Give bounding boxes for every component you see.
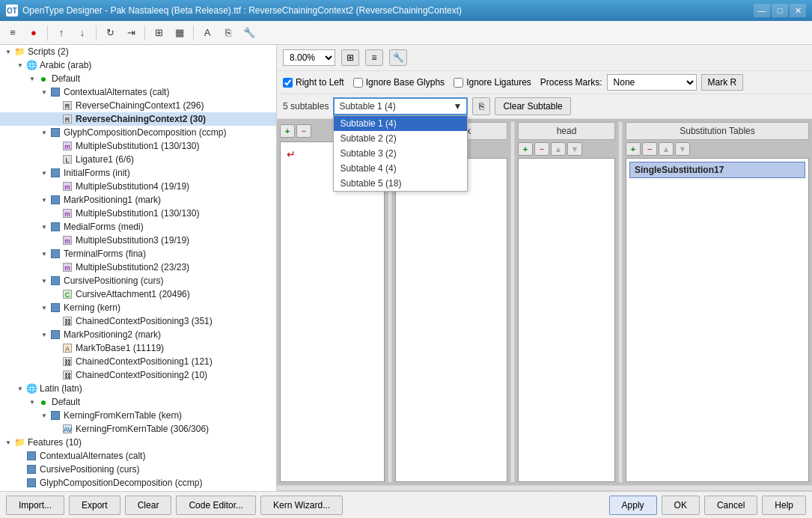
subtable-item-3[interactable]: Subtable 3 (2) xyxy=(334,146,467,161)
list-icon-button[interactable]: ≡ xyxy=(365,49,383,66)
apply-button[interactable]: Apply xyxy=(609,496,657,515)
tree-expander-icon[interactable]: ▼ xyxy=(15,383,25,394)
tree-item[interactable]: AVKerningFromKernTable (306/306) xyxy=(0,422,276,436)
import-button[interactable]: Import... xyxy=(6,496,64,515)
col1-remove-button[interactable]: − xyxy=(296,124,311,138)
tree-expander-icon[interactable]: ▼ xyxy=(39,249,49,259)
help-button[interactable]: Help xyxy=(762,496,806,515)
refresh-button[interactable]: ↻ xyxy=(100,24,120,42)
tree-item[interactable]: ⛓ChainedContextPositioning1 (121) xyxy=(0,355,276,368)
ignore-ligatures-input[interactable] xyxy=(454,78,463,88)
tree-item[interactable]: ▼ContextualAlternates (calt) xyxy=(0,85,276,99)
tree-item[interactable]: ▼📁Features (10) xyxy=(0,436,276,449)
up-button[interactable]: ↑ xyxy=(52,24,71,42)
grid-icon-button[interactable]: ⊞ xyxy=(341,49,359,66)
tree-item[interactable]: ⛓ChainedContextPositioning3 (351) xyxy=(0,314,276,328)
close-button[interactable]: ✕ xyxy=(790,4,806,17)
tree-expander-icon[interactable]: ▼ xyxy=(3,46,13,57)
font-button[interactable]: A xyxy=(198,24,217,42)
col4-up-button[interactable]: ▲ xyxy=(659,142,674,156)
tree-expander-icon[interactable]: ▼ xyxy=(27,397,37,407)
process-marks-select[interactable]: None All Marks Mark Class xyxy=(607,74,697,91)
subtable-dropdown-button[interactable]: Subtable 1 (4) ▼ xyxy=(333,97,468,115)
col3-add-button[interactable]: + xyxy=(518,142,533,156)
tree-expander-icon[interactable]: ▼ xyxy=(3,437,13,448)
tree-item[interactable]: ▼●Default xyxy=(0,72,276,85)
tree-expander-icon[interactable]: ▼ xyxy=(39,87,49,97)
tree-item[interactable]: ⛓ChainedContextPositioning2 (10) xyxy=(0,368,276,382)
subtable-item-2[interactable]: Subtable 2 (2) xyxy=(334,131,467,146)
tree-item[interactable]: ▼🌐Latin (latn) xyxy=(0,382,276,395)
tree-item[interactable]: mMultipleSubstitution3 (19/19) xyxy=(0,234,276,247)
subtable-item-4[interactable]: Subtable 4 (4) xyxy=(334,161,467,176)
tree-item[interactable]: LLigature1 (6/6) xyxy=(0,153,276,166)
tree-expander-icon[interactable]: ▼ xyxy=(39,127,49,138)
col4-add-button[interactable]: + xyxy=(626,142,641,156)
tree-expander-icon[interactable]: ▼ xyxy=(39,329,49,340)
clear-subtable-button[interactable]: Clear Subtable xyxy=(495,97,570,115)
col1-add-button[interactable]: + xyxy=(280,124,295,138)
mark-r-button[interactable]: Mark R xyxy=(701,74,744,91)
list-view-button[interactable]: ▦ xyxy=(170,24,189,42)
right-to-left-checkbox[interactable]: Right to Left xyxy=(283,77,344,88)
tree-item[interactable]: mMultipleSubstitution2 (23/23) xyxy=(0,260,276,274)
ignore-base-glyphs-checkbox[interactable]: Ignore Base Glyphs xyxy=(353,77,445,88)
kern-wizard-button[interactable]: Kern Wizard... xyxy=(260,496,343,515)
col4-down-button[interactable]: ▼ xyxy=(675,142,690,156)
tree-expander-icon[interactable]: ▼ xyxy=(27,73,37,84)
tree-item[interactable]: ▼KerningFromKernTable (kern) xyxy=(0,409,276,422)
import-toolbar-button[interactable]: ⇥ xyxy=(121,24,141,42)
col3-down-button[interactable]: ▼ xyxy=(567,142,582,156)
tree-item[interactable]: ▼Kerning (kern) xyxy=(0,301,276,314)
tree-item[interactable]: RReverseChainingContext1 (296) xyxy=(0,99,276,112)
export-button[interactable]: Export xyxy=(69,496,120,515)
tree-item[interactable]: mMultipleSubstitution1 (130/130) xyxy=(0,207,276,220)
col4-remove-button[interactable]: − xyxy=(642,142,657,156)
ignore-ligatures-checkbox[interactable]: Ignore Ligatures xyxy=(454,77,531,88)
tree-item[interactable]: ▼MedialForms (medi) xyxy=(0,220,276,234)
right-to-left-input[interactable] xyxy=(283,78,293,88)
tree-item[interactable]: CCursiveAttachment1 (20496) xyxy=(0,287,276,301)
tree-expander-icon[interactable]: ▼ xyxy=(39,302,49,313)
tools-icon-button[interactable]: 🔧 xyxy=(389,49,407,66)
tree-item[interactable]: CursivePositioning (curs) xyxy=(0,463,276,476)
tree-item[interactable]: AMarkToBase1 (11119) xyxy=(0,341,276,355)
clear-button[interactable]: Clear xyxy=(125,496,172,515)
maximize-button[interactable]: □ xyxy=(772,4,788,17)
tree-item[interactable]: ▼TerminalForms (fina) xyxy=(0,247,276,260)
tree-item[interactable]: mMultipleSubstitution1 (130/130) xyxy=(0,139,276,153)
subtable-item-5[interactable]: Subtable 5 (18) xyxy=(334,176,467,191)
tree-item[interactable]: ▼📁Scripts (2) xyxy=(0,45,276,58)
cancel-button[interactable]: Cancel xyxy=(704,496,757,515)
code-editor-button[interactable]: Code Editor... xyxy=(176,496,256,515)
tree-expander-icon[interactable]: ▼ xyxy=(39,222,49,232)
red-circle-button[interactable]: ● xyxy=(24,24,43,42)
grid-view-button[interactable]: ⊞ xyxy=(149,24,168,42)
ignore-base-glyphs-input[interactable] xyxy=(353,78,363,88)
tree-item[interactable]: RReverseChainingContext2 (30) xyxy=(0,112,276,126)
zoom-select[interactable]: 8.00% 12.50% 25.00% 50.00% 100.00% xyxy=(283,49,335,66)
col3-up-button[interactable]: ▲ xyxy=(551,142,566,156)
tree-item[interactable]: ▼●Default xyxy=(0,395,276,409)
tree-item[interactable]: ▼GlyphCompositionDecomposition (ccmp) xyxy=(0,126,276,139)
minimize-button[interactable]: — xyxy=(754,4,770,17)
tree-expander-icon[interactable]: ▼ xyxy=(39,275,49,286)
paste-button[interactable]: 🔧 xyxy=(239,24,259,42)
tree-item[interactable]: ▼🌐Arabic (arab) xyxy=(0,58,276,72)
ok-button[interactable]: OK xyxy=(662,496,700,515)
tree-expander-icon[interactable]: ▼ xyxy=(39,168,49,178)
tree-item[interactable]: ▼InitialForms (init) xyxy=(0,166,276,180)
subtable-item-1[interactable]: Subtable 1 (4) xyxy=(334,116,467,131)
down-button[interactable]: ↓ xyxy=(73,24,92,42)
tree-item[interactable]: mMultipleSubstitution4 (19/19) xyxy=(0,180,276,193)
tree-item[interactable]: ▼CursivePositioning (curs) xyxy=(0,274,276,287)
copy-button[interactable]: ⎘ xyxy=(219,24,238,42)
scripts-toolbar-button[interactable]: ≡ xyxy=(3,24,22,42)
subtable-copy-button[interactable]: ⎘ xyxy=(472,97,490,115)
tree-expander-icon[interactable]: ▼ xyxy=(39,410,49,421)
tree-expander-icon[interactable]: ▼ xyxy=(39,195,49,205)
tree-item[interactable]: GlyphCompositionDecomposition (ccmp) xyxy=(0,476,276,490)
tree-item[interactable]: ContextualAlternates (calt) xyxy=(0,449,276,463)
tree-expander-icon[interactable]: ▼ xyxy=(15,60,25,70)
tree-item[interactable]: ▼MarkPositioning1 (mark) xyxy=(0,193,276,207)
